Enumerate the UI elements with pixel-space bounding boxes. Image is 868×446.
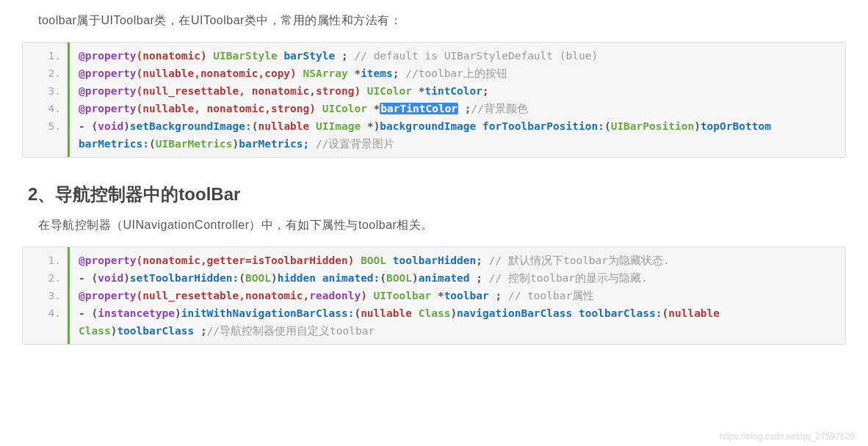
line-number: 1. <box>23 252 61 269</box>
code-line: @property(nullable, nonatomic,strong) UI… <box>79 100 838 117</box>
code-block-1: 1. 2. 3. 4. 5. @property(nonatomic) UIBa… <box>22 42 846 158</box>
code-line: @property(nonatomic) UIBarStyle barStyle… <box>79 47 838 65</box>
line-number: 4. <box>23 304 61 322</box>
line-number: 2. <box>23 65 61 82</box>
line-number: 2. <box>23 269 61 287</box>
line-gutter: 1. 2. 3. 4. <box>23 247 68 344</box>
code-line: - (void)setToolbarHidden:(BOOL)hidden an… <box>79 269 838 287</box>
watermark-text: https://blog.csdn.net/qq_27597629 <box>720 431 855 442</box>
code-line: @property(nullable,nonatomic,copy) NSArr… <box>79 65 838 82</box>
document-page: toolbar属于UIToolbar类，在UIToolbar类中，常用的属性和方… <box>0 0 868 345</box>
code-line: @property(null_resettable,nonatomic,read… <box>79 287 838 304</box>
line-number: 3. <box>23 287 61 304</box>
highlighted-text: barTintColor <box>380 103 458 114</box>
code-area: @property(nonatomic,getter=isToolbarHidd… <box>68 247 845 344</box>
code-line: - (instancetype)initWithNavigationBarCla… <box>79 304 838 340</box>
intro-paragraph-2: 在导航控制器（UINavigationController）中，有如下属性与to… <box>38 218 846 233</box>
code-line: @property(null_resettable, nonatomic,str… <box>79 82 838 100</box>
code-line: @property(nonatomic,getter=isToolbarHidd… <box>79 252 838 269</box>
line-number: 4. <box>23 100 61 117</box>
code-block-2: 1. 2. 3. 4. @property(nonatomic,getter=i… <box>22 246 846 345</box>
code-line: - (void)setBackgroundImage:(nullable UII… <box>79 117 838 153</box>
line-number: 5. <box>23 117 61 135</box>
intro-paragraph-1: toolbar属于UIToolbar类，在UIToolbar类中，常用的属性和方… <box>38 13 846 29</box>
line-number: 1. <box>23 47 61 65</box>
section-heading-2: 2、导航控制器中的toolBar <box>28 183 846 206</box>
line-gutter: 1. 2. 3. 4. 5. <box>23 43 68 157</box>
code-area: @property(nonatomic) UIBarStyle barStyle… <box>68 43 845 157</box>
line-number: 3. <box>23 82 61 100</box>
